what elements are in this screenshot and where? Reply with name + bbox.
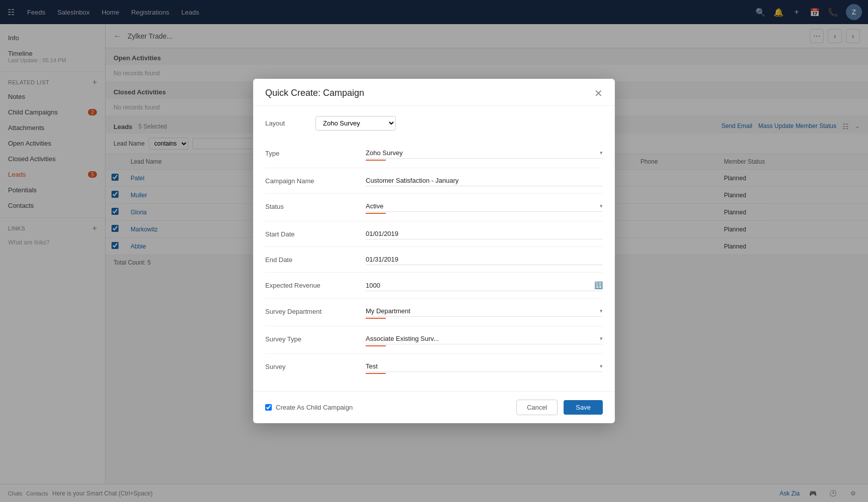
layout-select[interactable]: Zoho Survey	[315, 116, 396, 131]
modal-close-button[interactable]: ✕	[594, 88, 603, 98]
modal-body: Layout Zoho Survey Type Zoho Survey ▾ Ca…	[253, 106, 615, 391]
form-value-5: 1000 🔢	[366, 280, 603, 291]
form-row-6: Survey Department My Department ▾	[265, 299, 603, 326]
modal-fields: Type Zoho Survey ▾ Campaign Name Custome…	[265, 141, 603, 381]
form-value-2[interactable]: Active ▾	[366, 201, 603, 212]
dropdown-arrow-7[interactable]: ▾	[600, 335, 603, 342]
form-label-3: Start Date	[265, 228, 366, 238]
form-field-5: 1000 🔢	[366, 280, 603, 291]
dropdown-arrow-2[interactable]: ▾	[600, 203, 603, 209]
modal-title: Quick Create: Campaign	[265, 88, 364, 98]
modal-backdrop: Quick Create: Campaign ✕ Layout Zoho Sur…	[0, 0, 868, 502]
dropdown-arrow-8[interactable]: ▾	[600, 363, 603, 369]
form-field-2: Active ▾	[366, 201, 603, 214]
form-row-4: End Date 01/31/2019	[265, 247, 603, 273]
form-row-1: Campaign Name Customer Satisfaction - Ja…	[265, 168, 603, 194]
field-underline-7	[366, 345, 386, 346]
form-label-1: Campaign Name	[265, 175, 366, 185]
form-label-8: Survey	[265, 361, 366, 370]
form-value-3: 01/01/2019	[366, 228, 603, 239]
form-value-7[interactable]: Associate Existing Surv... ▾	[366, 333, 603, 344]
form-value-6[interactable]: My Department ▾	[366, 306, 603, 317]
form-value-4: 01/31/2019	[366, 254, 603, 265]
form-field-8: Test ▾	[366, 361, 603, 374]
form-field-7: Associate Existing Surv... ▾	[366, 333, 603, 346]
form-value-1: Customer Satisfaction - January	[366, 175, 603, 186]
form-row-7: Survey Type Associate Existing Surv... ▾	[265, 326, 603, 354]
form-value-0[interactable]: Zoho Survey ▾	[366, 148, 603, 159]
form-label-6: Survey Department	[265, 306, 366, 315]
dropdown-arrow-6[interactable]: ▾	[600, 308, 603, 314]
create-as-child-checkbox[interactable]	[265, 404, 272, 411]
modal-footer: Create As Child Campaign Cancel Save	[253, 391, 615, 423]
dropdown-arrow-0[interactable]: ▾	[600, 150, 603, 156]
modal-cancel-button[interactable]: Cancel	[516, 400, 558, 415]
field-underline-0	[366, 160, 386, 161]
form-field-4: 01/31/2019	[366, 254, 603, 265]
create-as-child-checkbox-label[interactable]: Create As Child Campaign	[265, 404, 510, 411]
form-label-4: End Date	[265, 254, 366, 264]
form-label-5: Expected Revenue	[265, 280, 366, 289]
calculator-icon[interactable]: 🔢	[594, 281, 603, 289]
layout-row: Layout Zoho Survey	[265, 116, 603, 131]
form-field-6: My Department ▾	[366, 306, 603, 319]
form-field-1: Customer Satisfaction - January	[366, 175, 603, 186]
quick-create-modal: Quick Create: Campaign ✕ Layout Zoho Sur…	[253, 79, 615, 423]
field-underline-8	[366, 373, 386, 374]
form-row-2: Status Active ▾	[265, 194, 603, 221]
form-value-8[interactable]: Test ▾	[366, 361, 603, 372]
form-row-3: Start Date 01/01/2019	[265, 221, 603, 247]
form-field-0: Zoho Survey ▾	[366, 148, 603, 161]
modal-save-button[interactable]: Save	[564, 400, 603, 415]
form-label-0: Type	[265, 148, 366, 157]
form-label-2: Status	[265, 201, 366, 210]
layout-label: Layout	[265, 119, 315, 127]
form-row-5: Expected Revenue 1000 🔢	[265, 273, 603, 299]
field-underline-2	[366, 213, 386, 214]
form-label-7: Survey Type	[265, 333, 366, 343]
field-underline-6	[366, 318, 386, 319]
form-field-3: 01/01/2019	[366, 228, 603, 239]
form-row-0: Type Zoho Survey ▾	[265, 141, 603, 168]
form-row-8: Survey Test ▾	[265, 354, 603, 381]
modal-header: Quick Create: Campaign ✕	[253, 79, 615, 106]
